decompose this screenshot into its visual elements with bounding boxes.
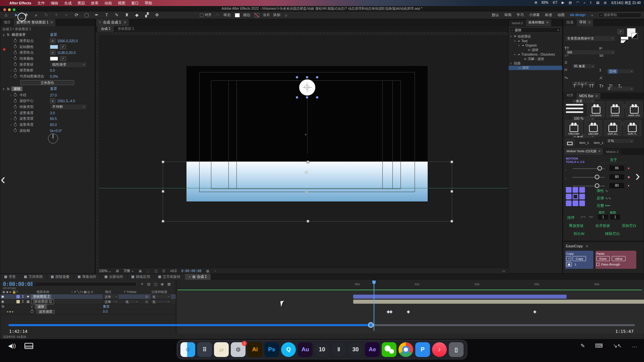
motion-blur-icon[interactable]: ▦ bbox=[167, 282, 171, 286]
property-value[interactable]: 1566.0,320.0 bbox=[57, 39, 78, 43]
anchor-grid[interactable] bbox=[566, 187, 585, 206]
status-icon[interactable]: 83% bbox=[542, 1, 548, 5]
copy-button[interactable]: Copy bbox=[573, 256, 586, 261]
property-value[interactable]: 0.0 bbox=[50, 68, 55, 72]
eye-icon[interactable]: ◉ bbox=[0, 300, 5, 303]
property-name[interactable]: 波形速度 bbox=[36, 309, 55, 314]
reset-ripple-button[interactable]: 重置 bbox=[50, 86, 57, 91]
video-progress-track[interactable] bbox=[8, 324, 635, 326]
tab-project[interactable]: 项目 bbox=[1, 19, 13, 26]
effect-property-row[interactable]: 转换类型 不对称 bbox=[0, 104, 95, 110]
stopwatch-icon[interactable] bbox=[14, 51, 17, 54]
circle-shape[interactable] bbox=[299, 79, 315, 96]
effect-property-row[interactable]: 波纹中心 ⊕ 1561.5,-4.0 bbox=[0, 98, 95, 104]
presets-search-box[interactable]: ⌕ 波纹 × bbox=[510, 27, 561, 33]
shape-action-button[interactable]: 添加空白 bbox=[622, 223, 637, 228]
tool-button[interactable]: ◆ bbox=[134, 12, 140, 18]
workspace-tab[interactable]: 小屏幕 bbox=[529, 13, 540, 17]
effect-property-row[interactable]: 起始颜色 ✐ bbox=[0, 44, 95, 50]
layer-selection-box[interactable] bbox=[163, 162, 452, 222]
dock-icon-audition[interactable]: Au bbox=[298, 342, 313, 357]
next-page-arrow[interactable]: › bbox=[635, 169, 640, 183]
full-button[interactable]: 完整 •••• bbox=[597, 203, 610, 208]
selection-handle[interactable] bbox=[307, 161, 309, 163]
workspace-tab[interactable]: 审阅 bbox=[504, 13, 511, 17]
timeline-tab[interactable]: 曲线应用 bbox=[127, 274, 154, 280]
draft3d-icon[interactable]: ▥ bbox=[147, 282, 150, 286]
tool-button[interactable]: ✛ bbox=[54, 12, 59, 18]
stopwatch-icon[interactable] bbox=[14, 100, 17, 103]
layer-bar-1[interactable] bbox=[353, 295, 567, 299]
bounce-button[interactable]: 反弹 ∿∿ bbox=[597, 196, 611, 201]
stopwatch-icon[interactable] bbox=[14, 94, 17, 97]
shape-action-button[interactable]: 释放形状 bbox=[569, 223, 584, 228]
reset-gradient-button[interactable]: 重置 bbox=[50, 33, 57, 37]
viewer-tab-layer[interactable]: 形状图层 1 bbox=[114, 26, 137, 32]
panel-menu-icon[interactable]: ≡ bbox=[124, 20, 126, 24]
paste-ease-button[interactable]: Ease bbox=[596, 256, 610, 261]
dock-icon-qq[interactable]: Q bbox=[281, 342, 296, 357]
font-style-dropdown[interactable]: W6 bbox=[565, 50, 615, 55]
dock-icon-forward-30[interactable]: 30 bbox=[348, 342, 363, 357]
circle-handle[interactable] bbox=[316, 96, 318, 99]
workspace-tab[interactable]: wb design bbox=[570, 13, 586, 17]
circle-handle[interactable] bbox=[306, 96, 308, 99]
leading-dropdown[interactable]: 自动 bbox=[606, 69, 634, 74]
tab-mds-bar[interactable]: MDS Bar≡ bbox=[577, 93, 600, 99]
blend-mode-dropdown[interactable]: 正常 bbox=[103, 300, 118, 304]
shy-layers-icon[interactable]: ◫ bbox=[154, 282, 157, 286]
property-value[interactable]: 69.5 bbox=[50, 117, 57, 121]
speaker-icon[interactable]: ◀)) bbox=[8, 343, 16, 349]
ripple-phase-dial[interactable] bbox=[48, 133, 58, 143]
effect-property-row[interactable]: 渐变形状 线性渐变 bbox=[0, 62, 95, 68]
parent-column[interactable]: 父级和链接 bbox=[151, 290, 167, 294]
trkmat-dropdown[interactable]: 无 bbox=[124, 300, 139, 304]
clear-search-icon[interactable]: × bbox=[557, 28, 559, 32]
dock-icon-wechat[interactable] bbox=[382, 342, 396, 357]
property-value[interactable]: 0.0 bbox=[103, 310, 108, 313]
property-value[interactable]: 0.0% bbox=[50, 74, 58, 78]
preset-tree-item[interactable]: ∨ ▰ Text bbox=[508, 39, 562, 43]
slider-value[interactable]: 86 bbox=[609, 166, 624, 171]
selection-handle[interactable] bbox=[162, 220, 164, 223]
timeline-tab[interactable]: × 合成 1 bbox=[185, 274, 211, 280]
help-search-box[interactable]: ⌕搜索帮助 bbox=[598, 13, 641, 18]
circle-handle[interactable] bbox=[296, 76, 298, 78]
pass-through-checkbox[interactable] bbox=[596, 263, 599, 266]
timeline-tab[interactable]: 立方体旋转 bbox=[154, 274, 184, 280]
faux-style-button[interactable]: T bbox=[581, 84, 583, 88]
timeline-tab[interactable]: 方块弹跳 bbox=[20, 274, 47, 280]
stopwatch-icon[interactable] bbox=[14, 45, 17, 48]
property-value[interactable]: 1561.5,-4.0 bbox=[57, 99, 75, 103]
mds-tile-button[interactable]: LAY2MARK bbox=[587, 102, 604, 118]
stopwatch-icon[interactable] bbox=[14, 63, 17, 66]
faux-style-button[interactable]: Tᴛ bbox=[599, 84, 603, 88]
property-row-wave-speed[interactable]: ◀ ◆ ▶ 波形速度 0.0 bbox=[0, 309, 176, 314]
tab-align[interactable]: 对齐 bbox=[564, 92, 576, 99]
overlay-tool-icon[interactable]: … bbox=[632, 343, 637, 349]
dock-icon-finder[interactable]: ☺ bbox=[180, 342, 195, 357]
view-layout-icon[interactable]: ▭ bbox=[502, 269, 508, 273]
preset-tree-item[interactable]: ▤ 波纹 bbox=[508, 48, 562, 52]
dock-icon-system-settings[interactable]: ⚙1 bbox=[231, 342, 246, 357]
keyframe-nav-next[interactable]: ▶ bbox=[12, 310, 14, 313]
dock-icon-photoshop[interactable]: Ps bbox=[264, 342, 279, 357]
status-icon[interactable]: ✆7 bbox=[553, 1, 557, 5]
menu-item[interactable]: 视图 bbox=[118, 1, 125, 6]
close-icon[interactable]: × bbox=[189, 275, 191, 279]
slider-knob[interactable] bbox=[595, 175, 599, 179]
menu-item[interactable]: 帮助 bbox=[145, 1, 152, 6]
slider-knob[interactable] bbox=[595, 183, 599, 188]
pickwhip-icon[interactable]: ◎ bbox=[145, 300, 148, 303]
stopwatch-icon[interactable] bbox=[14, 75, 17, 78]
swap-colors-button[interactable]: 交换颜色 bbox=[20, 80, 74, 85]
status-icon[interactable]: ᛒ bbox=[590, 1, 592, 5]
add-shape-icon[interactable]: ◇ bbox=[284, 13, 287, 17]
paste-value-button[interactable]: Value bbox=[612, 256, 626, 261]
property-value[interactable]: 0x+0.0° bbox=[50, 129, 62, 133]
selection-handle[interactable] bbox=[307, 220, 309, 223]
faux-style-button[interactable]: T₁ bbox=[618, 84, 622, 88]
fill-swatch[interactable] bbox=[235, 13, 240, 17]
label-color-chip[interactable] bbox=[16, 300, 20, 303]
workspace-tab[interactable]: 学习 bbox=[517, 13, 524, 17]
